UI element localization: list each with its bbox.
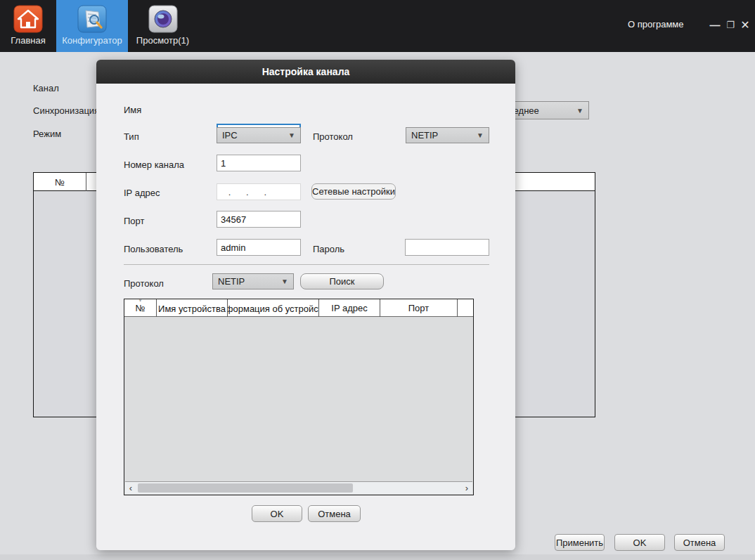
protocol-top-dropdown-value: NETIP — [411, 130, 438, 141]
user-value: admin — [221, 242, 245, 253]
search-protocol-label: Протокол — [124, 278, 164, 289]
about-menu[interactable]: О программе — [628, 19, 684, 30]
user-input[interactable]: admin — [217, 239, 301, 256]
chevron-down-icon: ▼ — [281, 278, 288, 285]
password-label: Пароль — [313, 244, 344, 254]
user-label: Пользователь — [124, 244, 183, 254]
dialog-title: Настройка канала — [96, 60, 515, 84]
sort-icon: ∨ — [138, 299, 143, 303]
tab-home-label: Главная — [11, 35, 45, 46]
search-button[interactable]: Поиск — [300, 273, 384, 289]
maximize-icon[interactable]: ❐ — [723, 17, 737, 32]
search-protocol-value: NETIP — [218, 276, 245, 287]
channel-label: Канал — [33, 83, 59, 93]
horizontal-scrollbar[interactable]: ‹ › — [125, 481, 472, 494]
port-value: 34567 — [221, 214, 246, 225]
dialog-body: Имя chConfig1 Тип IPC ▼ Протокол NETIP ▼… — [96, 84, 515, 550]
channel-number-label: Номер канала — [124, 159, 184, 170]
apply-button[interactable]: Применить — [555, 534, 605, 551]
device-col-extra — [458, 299, 473, 317]
type-label: Тип — [124, 131, 139, 142]
camera-lens-icon — [148, 4, 178, 34]
name-label: Имя — [124, 105, 141, 115]
divider — [124, 264, 489, 265]
ip-address-label: IP адрес — [124, 188, 160, 198]
network-settings-button[interactable]: Сетевые настройки — [311, 183, 396, 200]
tab-view-label: Просмотр(1) — [136, 35, 189, 46]
top-bar: Главная Конфигуратор — [0, 0, 755, 52]
port-input[interactable]: 34567 — [217, 211, 301, 228]
tab-home[interactable]: Главная — [0, 0, 56, 52]
protocol-top-dropdown[interactable]: NETIP ▼ — [406, 127, 489, 143]
bottom-strip — [0, 554, 755, 560]
channels-table-col-number: № — [34, 173, 86, 191]
chevron-down-icon: ▼ — [477, 131, 484, 139]
type-dropdown-value: IPC — [222, 130, 238, 141]
minimize-icon[interactable]: — — [708, 17, 722, 32]
scroll-right-icon[interactable]: › — [461, 482, 472, 494]
dialog-ok-button[interactable]: OK — [252, 505, 302, 522]
type-dropdown[interactable]: IPC ▼ — [217, 127, 301, 143]
sync-label: Синхронизация — [33, 105, 99, 116]
main-cancel-button[interactable]: Отмена — [674, 534, 725, 551]
device-table-body — [124, 317, 473, 469]
configurator-icon — [77, 4, 107, 34]
scroll-left-icon[interactable]: ‹ — [125, 482, 136, 494]
ip-address-input[interactable]: . . . — [217, 183, 301, 200]
dialog-cancel-button[interactable]: Отмена — [308, 505, 361, 522]
channel-number-value: 1 — [221, 158, 226, 169]
protocol-top-label: Протокол — [313, 131, 353, 142]
port-label: Порт — [124, 216, 144, 226]
password-input[interactable] — [405, 239, 489, 256]
device-col-number[interactable]: ∨ № — [124, 299, 157, 317]
tab-view[interactable]: Просмотр(1) — [128, 0, 198, 52]
main-ok-button[interactable]: OK — [614, 534, 665, 551]
device-col-name[interactable]: Имя устройства — [157, 299, 228, 317]
search-protocol-dropdown[interactable]: NETIP ▼ — [212, 273, 294, 289]
device-col-port[interactable]: Порт — [380, 299, 458, 317]
chevron-down-icon: ▼ — [288, 131, 295, 139]
ip-address-dots: . . . — [221, 187, 266, 197]
device-col-info[interactable]: Информация об устройстве — [228, 299, 319, 317]
chevron-down-icon: ▼ — [576, 107, 583, 115]
home-icon — [13, 4, 43, 34]
device-col-ip[interactable]: IP адрес — [319, 299, 380, 317]
close-icon[interactable]: ✕ — [737, 17, 753, 32]
tab-configurator-label: Конфигуратор — [62, 35, 122, 46]
device-table-header: ∨ № Имя устройства Информация об устройс… — [124, 299, 473, 317]
tab-configurator[interactable]: Конфигуратор — [56, 0, 128, 52]
app-window: Главная Конфигуратор — [0, 0, 755, 560]
mode-label: Режим — [33, 129, 61, 139]
device-table: ∨ № Имя устройства Информация об устройс… — [124, 299, 474, 495]
channel-number-input[interactable]: 1 — [217, 155, 301, 171]
scrollbar-thumb[interactable] — [138, 483, 353, 493]
channel-settings-dialog: Настройка канала Имя chConfig1 Тип IPC ▼… — [96, 60, 515, 550]
